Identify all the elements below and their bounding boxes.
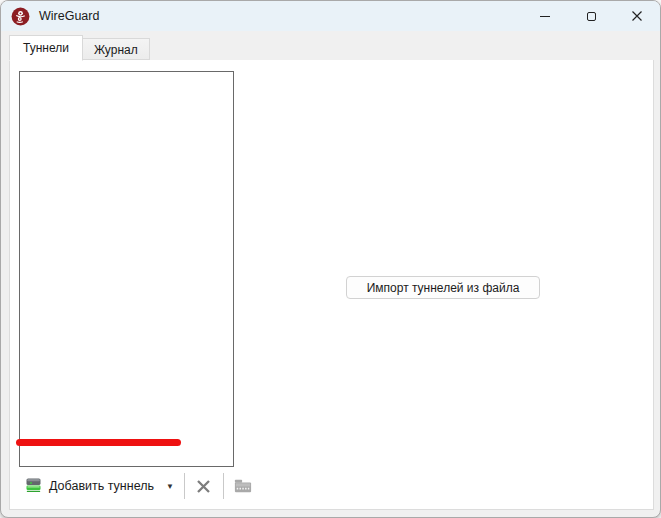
import-tunnels-button[interactable]: Импорт туннелей из файла (346, 276, 540, 299)
bottom-toolbar: Добавить туннель ▼ (19, 472, 258, 500)
tab-log-label: Журнал (94, 43, 138, 57)
close-icon (631, 10, 643, 22)
chevron-down-icon[interactable]: ▼ (166, 482, 174, 491)
tab-tunnels-label: Туннели (23, 41, 69, 55)
export-tunnels-icon (234, 478, 252, 494)
caption-buttons (522, 1, 660, 31)
wireguard-window: WireGuard Туннели Журнал Импорт (0, 0, 661, 518)
tunnel-list[interactable] (19, 71, 234, 467)
titlebar: WireGuard (1, 1, 660, 31)
delete-x-icon (195, 478, 212, 495)
wireguard-logo-icon (11, 7, 30, 26)
close-button[interactable] (614, 1, 660, 31)
minimize-icon (540, 16, 550, 17)
export-tunnels-button[interactable] (228, 472, 258, 500)
import-tunnels-label: Импорт туннелей из файла (367, 281, 520, 295)
tab-tunnels[interactable]: Туннели (9, 35, 83, 61)
toolbar-separator (184, 473, 185, 499)
window-title: WireGuard (39, 9, 99, 23)
maximize-button[interactable] (568, 1, 614, 31)
toolbar-separator (223, 473, 224, 499)
annotation-red-underline (16, 439, 181, 446)
add-tunnel-label: Добавить туннель (49, 479, 154, 493)
tab-log[interactable]: Журнал (83, 38, 150, 60)
maximize-icon (587, 12, 596, 21)
tabstrip: Туннели Журнал (1, 31, 660, 60)
add-tunnel-button[interactable]: Добавить туннель ▼ (19, 472, 180, 500)
minimize-button[interactable] (522, 1, 568, 31)
delete-tunnel-button[interactable] (189, 472, 219, 500)
tunnel-icon (25, 476, 42, 497)
